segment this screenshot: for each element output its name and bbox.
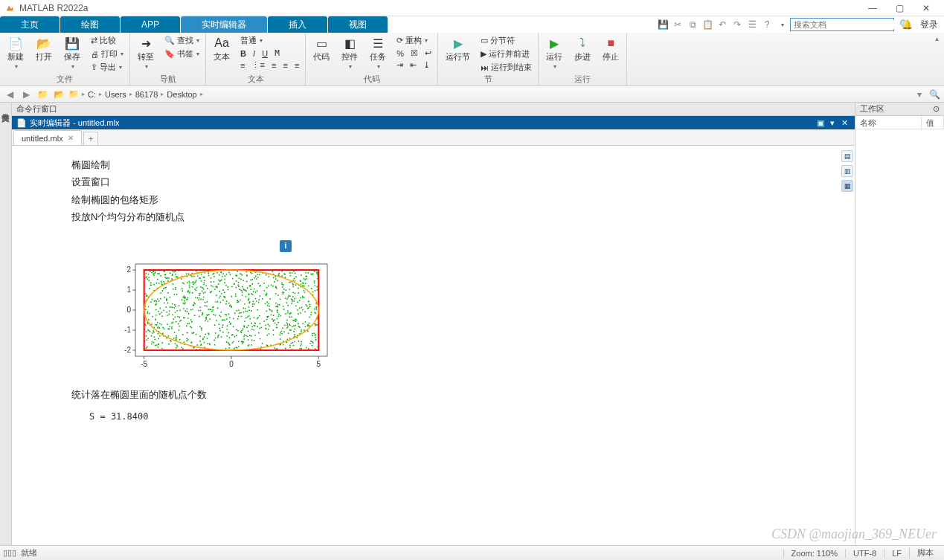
print-button[interactable]: 🖨打印 (88, 48, 126, 60)
dock-menu-icon[interactable]: ▾ (826, 118, 838, 128)
outdent-icon[interactable]: ⇤ (410, 60, 417, 70)
qat-help-icon[interactable]: ? (760, 18, 774, 31)
info-icon[interactable]: i (280, 240, 292, 252)
bullet-list-icon[interactable]: ⋮≡ (251, 60, 264, 70)
tab-home[interactable]: 主页 (0, 16, 60, 33)
align-center-icon[interactable]: ≡ (283, 61, 287, 70)
addr-dropdown-icon[interactable]: ▾ (913, 88, 926, 101)
new-button[interactable]: 📄新建 (3, 34, 28, 71)
svg-point-62 (300, 345, 301, 347)
minimize-button[interactable]: — (859, 1, 886, 16)
run-section-button[interactable]: ▶运行节 (441, 34, 475, 64)
breadcrumb[interactable]: 📁 ▸ C:▸ Users▸ 86178▸ Desktop▸ (68, 89, 910, 99)
qat-redo-icon[interactable]: ↷ (731, 18, 744, 31)
tab-view[interactable]: 视图 (328, 16, 388, 33)
nav-browse-icon[interactable]: 📂 (52, 88, 65, 101)
qat-dropdown[interactable] (775, 18, 789, 31)
toolstrip-collapse-icon[interactable]: ▴ (935, 34, 943, 42)
nav-up-icon[interactable]: 📁 (36, 88, 49, 101)
mono-button[interactable]: M (274, 48, 280, 58)
crumb-seg[interactable]: 86178 (135, 90, 158, 99)
svg-point-359 (235, 287, 237, 289)
step-button[interactable]: ⤵步进 (570, 34, 595, 64)
crumb-seg[interactable]: Users (105, 90, 126, 99)
run-to-end-button[interactable]: ⏭运行到结束 (478, 61, 535, 74)
command-window-header[interactable]: 命令行窗口 (12, 103, 855, 116)
uncomment-icon[interactable]: ☒ (411, 48, 418, 58)
tab-plot[interactable]: 绘图 (60, 16, 120, 33)
crumb-seg[interactable]: Desktop (167, 90, 196, 99)
align-left-icon[interactable]: ≡ (272, 61, 276, 70)
notifications-icon[interactable]: 🔔 (902, 19, 913, 30)
status-zoom[interactable]: Zoom: 110% (783, 549, 845, 558)
workspace-columns[interactable]: 名称 值 (855, 116, 944, 129)
workspace-menu-icon[interactable]: ⊙ (933, 104, 940, 114)
run-advance-button[interactable]: ▶运行并前进 (478, 48, 535, 60)
tab-live-editor[interactable]: 实时编辑器 (181, 16, 267, 33)
col-name[interactable]: 名称 (855, 116, 922, 129)
status-type[interactable]: 脚本 (909, 547, 941, 559)
run-button[interactable]: ▶运行 (542, 34, 567, 71)
crumb-seg[interactable]: C: (88, 90, 96, 99)
dock-restore-icon[interactable]: ▣ (815, 118, 826, 128)
qat-cut-icon[interactable]: ✂ (671, 18, 684, 31)
doc-search[interactable]: 🔍 (790, 18, 894, 31)
underline-button[interactable]: U (262, 49, 268, 58)
current-folder-tab[interactable]: 当前文件夹 (0, 103, 12, 545)
export-button[interactable]: ⇪导出 (88, 61, 126, 74)
tab-insert[interactable]: 插入 (268, 16, 327, 33)
close-button[interactable]: ✕ (913, 1, 940, 16)
nav-fwd-icon[interactable]: ▶ (19, 88, 33, 101)
italic-button[interactable]: I (253, 49, 255, 58)
bold-button[interactable]: B (240, 49, 246, 58)
nav-back-icon[interactable]: ◀ (3, 88, 16, 101)
section-break-button[interactable]: ▭分节符 (478, 34, 535, 47)
qat-undo-icon[interactable]: ↶ (716, 18, 729, 31)
smart-indent-icon[interactable]: ⤓ (423, 60, 430, 70)
open-button[interactable]: 📂打开 (31, 34, 57, 64)
col-value[interactable]: 值 (922, 116, 944, 129)
qat-paste-icon[interactable]: 📋 (701, 18, 714, 31)
wrap-icon[interactable]: ↩ (425, 48, 431, 58)
find-button[interactable]: 🔍查找 (161, 34, 202, 47)
doc-search-input[interactable] (791, 20, 899, 29)
control-button[interactable]: ◧控件 (337, 34, 362, 71)
task-button[interactable]: ☰任务 (365, 34, 391, 71)
text-button[interactable]: Aa文本 (209, 34, 234, 64)
addr-search-icon[interactable]: 🔍 (928, 88, 941, 101)
status-eol[interactable]: LF (884, 549, 909, 558)
qat-copy-icon[interactable]: ⧉ (686, 18, 699, 31)
numbered-list-icon[interactable]: ≡ (240, 61, 245, 70)
dock-close-icon[interactable]: ✕ (838, 118, 850, 128)
align-right-icon[interactable]: ≡ (295, 61, 299, 70)
code-button[interactable]: ▭代码 (309, 34, 334, 64)
goto-button[interactable]: ➜转至 (133, 34, 158, 71)
bookmark-button[interactable]: 🔖书签 (161, 48, 202, 60)
svg-point-782 (275, 306, 277, 307)
svg-point-665 (188, 281, 190, 283)
status-encoding[interactable]: UTF-8 (845, 549, 884, 558)
svg-point-167 (287, 326, 289, 328)
tab-app[interactable]: APP (121, 16, 180, 33)
stop-button[interactable]: ■停止 (598, 34, 623, 64)
compare-button[interactable]: ⇄比较 (88, 34, 126, 47)
refactor-button[interactable]: ⟳重构 (394, 34, 434, 47)
svg-point-217 (287, 310, 289, 312)
qat-switch-icon[interactable]: ☰ (745, 18, 759, 31)
output-hide-icon[interactable]: ▦ (841, 180, 853, 192)
svg-point-612 (263, 321, 265, 322)
indent-icon[interactable]: ⇥ (396, 60, 403, 70)
output-right-icon[interactable]: ▥ (841, 165, 853, 177)
style-normal[interactable]: 普通 (237, 34, 302, 47)
add-tab-button[interactable]: ＋ (83, 132, 98, 145)
tab-close-icon[interactable]: ✕ (68, 134, 74, 142)
save-button[interactable]: 💾保存 (60, 34, 85, 71)
qat-save-icon[interactable]: 💾 (656, 18, 670, 31)
maximize-button[interactable]: ▢ (886, 1, 913, 16)
comment-icon[interactable]: % (396, 49, 404, 58)
login-button[interactable]: 登录 (920, 19, 938, 31)
output-inline-icon[interactable]: ▤ (841, 150, 853, 162)
svg-point-21 (266, 287, 268, 289)
editor-pane[interactable]: 椭圆绘制 设置窗口 绘制椭圆的包络矩形 投放N个均匀分布的随机点 i -505-… (12, 146, 855, 545)
doc-tab[interactable]: untitled.mlx ✕ (13, 130, 82, 145)
